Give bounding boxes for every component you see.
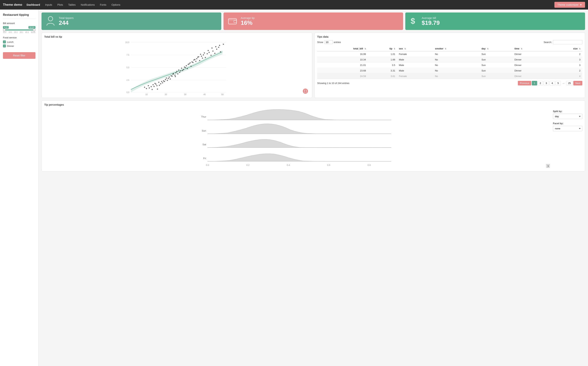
svg-rect-2 [234,20,237,23]
svg-point-37 [174,75,176,76]
svg-point-77 [164,81,165,82]
range-thumb-right[interactable] [33,29,36,31]
svg-point-83 [182,70,183,71]
range-min-pill: 3.07 [3,26,9,29]
svg-point-62 [208,52,210,53]
nav-notifications[interactable]: Notifications [79,2,97,7]
svg-point-87 [194,59,195,60]
cell-sex: Male [397,62,433,68]
svg-point-59 [203,54,204,55]
cell-bill: 21.01 [317,62,368,68]
col-tip[interactable]: tip ⇅ [368,46,397,51]
nav-options[interactable]: Options [109,2,122,7]
page-25-button[interactable]: 25 [566,81,573,85]
page-5-button[interactable]: 5 [556,81,561,85]
range-track[interactable] [3,29,36,30]
nav-fonts[interactable]: Fonts [98,2,109,7]
cell-smoker: No [433,57,480,62]
cell-bill: 10.34 [317,57,368,62]
cell-smoker: No [433,62,480,68]
svg-point-58 [202,58,203,59]
svg-point-68 [220,51,221,52]
sidebar-divider [3,19,36,19]
nav-inputs[interactable]: Inputs [43,2,54,7]
svg-point-21 [148,85,149,86]
next-button[interactable]: Next [573,81,582,85]
svg-point-45 [184,67,185,68]
svg-point-52 [193,60,194,61]
sort-icon-tip: ⇅ [394,48,395,50]
split-by-select[interactable]: day sex smoker time [553,114,582,119]
cell-size: 3 [548,62,582,68]
facet-by-select[interactable]: none sex smoker time [553,126,582,131]
svg-point-49 [190,62,191,63]
svg-text:0.2: 0.2 [246,164,250,167]
theme-customizer-button[interactable]: Theme customizer ▼ [554,2,585,8]
scatter-expand-button[interactable] [303,89,308,94]
svg-point-39 [176,71,177,72]
cell-bill: 24.59 [317,74,368,79]
range-fill [3,29,36,30]
reset-filter-button[interactable]: Reset filter [3,52,36,59]
nav-dashboard[interactable]: Dashboard [24,2,42,7]
svg-point-41 [178,69,179,70]
nav-plots[interactable]: Plots [55,2,65,7]
wallet-icon [228,17,237,25]
cell-tip: 3.61 [368,74,397,79]
svg-point-51 [192,61,193,62]
svg-point-48 [188,64,189,65]
cell-smoker: No [433,68,480,74]
svg-point-27 [160,83,161,84]
page-2-button[interactable]: 2 [538,81,543,85]
svg-point-89 [200,54,201,55]
lunch-label: Lunch [7,41,13,43]
sort-icon-size: ⇅ [579,48,581,50]
cell-size: 4 [548,74,582,79]
sort-icon-day: ⇅ [487,48,489,50]
svg-text:Fri: Fri [203,157,206,160]
page-3-button[interactable]: 3 [543,81,549,85]
lunch-checkbox[interactable] [3,40,6,43]
col-total-bill[interactable]: total_bill ⇅ [317,46,368,51]
col-size[interactable]: size ⇅ [548,46,582,51]
svg-point-54 [196,58,197,59]
svg-point-76 [162,82,163,84]
svg-point-46 [186,65,187,66]
table-footer-text: Showing 1 to 10 of 244 entries [317,82,350,84]
charts-table-row: Total bill vs tip 10.0 7.5 5.0 2.5 0.0 [42,32,585,98]
cell-day: Sun [480,51,513,57]
page-4-button[interactable]: 4 [550,81,555,85]
cell-tip: 1.01 [368,51,397,57]
table-search-input[interactable] [553,40,582,44]
data-table: total_bill ⇅ tip ⇅ sex ⇅ smoker ⇅ day ⇅ … [317,46,582,79]
svg-point-92 [211,47,212,48]
scatter-panel: Total bill vs tip 10.0 7.5 5.0 2.5 0.0 [42,32,312,98]
svg-point-56 [199,60,200,61]
svg-text:10.0: 10.0 [125,41,129,43]
dinner-checkbox[interactable] [3,45,6,47]
density-expand-button[interactable]: ❯ [546,164,550,168]
range-thumb-left[interactable] [3,29,6,31]
svg-point-74 [157,89,158,90]
nav-tables[interactable]: Tables [66,2,78,7]
table-row: 16.99 1.01 Female No Sun Dinner 2 [317,51,582,57]
dinner-checkbox-row[interactable]: Dinner [3,45,36,47]
col-time[interactable]: time ⇅ [513,46,548,51]
col-smoker[interactable]: smoker ⇅ [433,46,480,51]
show-entries-input[interactable] [324,40,333,44]
col-sex[interactable]: sex ⇅ [397,46,433,51]
lunch-checkbox-row[interactable]: Lunch [3,40,36,43]
svg-text:20: 20 [165,93,167,95]
page-1-button[interactable]: 1 [532,81,537,85]
table-title: Tips data [317,35,582,38]
svg-point-32 [167,80,168,81]
svg-point-24 [154,83,156,84]
cell-sex: Male [397,57,433,62]
tip-label: Average tip [241,16,255,19]
col-day[interactable]: day ⇅ [480,46,513,51]
svg-point-0 [48,16,53,21]
dinner-label: Dinner [7,45,14,47]
previous-button[interactable]: Previous [518,81,531,85]
svg-point-72 [154,86,155,87]
cell-day: Sun [480,57,513,62]
